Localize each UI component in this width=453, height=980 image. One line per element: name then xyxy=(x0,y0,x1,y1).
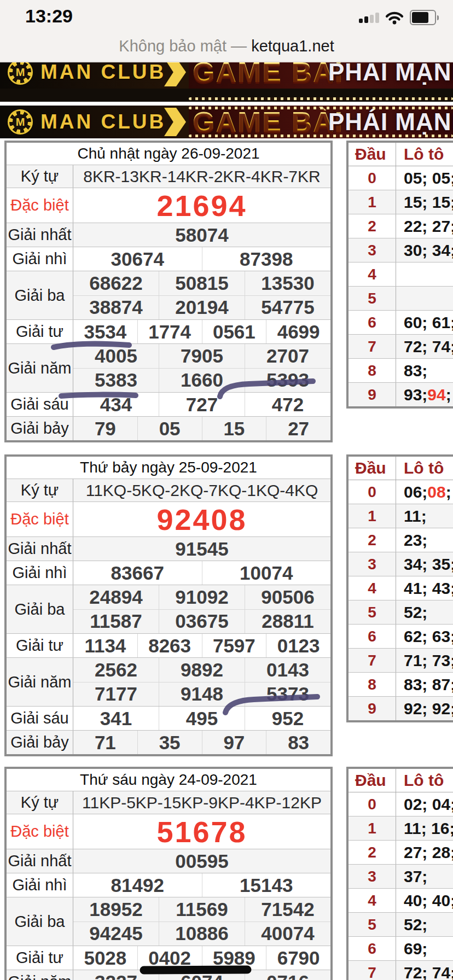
row-ky-tu: Ký tự 8KR-13KR-14KR-2KR-4KR-7KR xyxy=(7,165,330,188)
prize-value: 5383 xyxy=(73,369,159,393)
prize-value: 1134 xyxy=(73,634,137,657)
prize-label: Giải tư xyxy=(7,634,73,657)
prize-label: Giải nhì xyxy=(7,873,73,897)
dau-digit: 4 xyxy=(349,262,396,286)
ad-banner-second[interactable]: M MAN CLUB GAME BÀI PHÁI MẠNH xyxy=(0,106,453,138)
row-giai-nam: Giải năm 2562 9892 0143 7177 9148 5373 xyxy=(7,657,330,706)
row-ky-tu: Ký tự 11KQ-5KQ-2KQ-7KQ-1KQ-4KQ xyxy=(7,479,330,501)
prize-label: Giải năm xyxy=(7,658,73,706)
banner-title: GAME BÀI xyxy=(193,106,344,138)
loto-row: 552; xyxy=(349,600,453,624)
address-bar[interactable]: Không bảo mật — ketqua1.net xyxy=(0,37,453,55)
dau-digit: 6 xyxy=(349,625,396,648)
prize-label: Giải năm xyxy=(7,344,73,392)
dau-digit: 6 xyxy=(349,937,396,960)
prize-value: 5373 xyxy=(245,682,330,707)
loto-values: 40; 40; 42 xyxy=(396,889,453,912)
dau-digit: 0 xyxy=(349,792,396,816)
loto-values: 22; 27; 27 xyxy=(396,214,453,238)
prize-value: 472 xyxy=(245,393,330,416)
prize-label: Giải bảy xyxy=(7,731,73,754)
loto-values: 02; 04; 06 xyxy=(396,792,453,816)
dau-digit: 9 xyxy=(349,383,396,406)
dau-digit: 2 xyxy=(349,528,396,552)
banner-brand: MAN CLUB xyxy=(40,62,166,84)
prize-label: Ký tự xyxy=(7,791,73,814)
special-prize-value: 21694 xyxy=(73,188,330,223)
row-giai-nhi: Giải nhì 83667 10074 xyxy=(7,561,330,585)
prize-value: 1660 xyxy=(159,369,245,393)
browser-chrome: 13:29 Không bảo mật — ketqua1.net xyxy=(0,0,453,62)
loto-row: 4 xyxy=(349,262,453,286)
loto-row: 771; 73; 74 xyxy=(349,648,453,672)
prize-value: 10074 xyxy=(202,561,331,585)
loto-row: 5 xyxy=(349,286,453,310)
prize-value: 6074 xyxy=(159,970,245,980)
loto-values: 69; xyxy=(396,937,453,960)
prize-label: Giải nhất xyxy=(7,849,73,873)
row-ky-tu: Ký tự 11KP-5KP-15KP-9KP-4KP-12KP xyxy=(7,791,330,814)
prize-label: Giải tư xyxy=(7,946,73,970)
prize-value: 5393 xyxy=(245,369,330,393)
loto-row: 669; xyxy=(349,936,453,960)
ky-tu-value: 11KP-5KP-15KP-9KP-4KP-12KP xyxy=(73,791,330,814)
prize-value: 83667 xyxy=(73,561,202,585)
prize-label: Giải ba xyxy=(7,585,73,633)
dau-digit: 5 xyxy=(349,287,396,310)
prize-value: 6790 xyxy=(266,946,330,970)
prize-value: 15 xyxy=(202,417,266,440)
loto-header: Lô tô xyxy=(396,143,453,166)
loto-values: 83; 87; xyxy=(396,673,453,696)
loto-summary-table: Đầu Lô tô 002; 04; 06 111; 16; 18 227; 2… xyxy=(346,767,453,980)
separator: — xyxy=(231,37,247,55)
loto-values: 15; 15; xyxy=(396,190,453,214)
prize-value: 94245 xyxy=(73,922,159,946)
ad-banner-top[interactable]: M MAN CLUB GAME BÀI PHÁI MẠNH xyxy=(0,62,453,102)
dau-digit: 2 xyxy=(349,841,396,864)
loto-values: 11; 16; 18 xyxy=(396,816,453,840)
loto-values: 72; 74; 74 xyxy=(396,961,453,980)
prize-value: 0123 xyxy=(266,634,330,657)
loto-row: 227; 28; xyxy=(349,840,453,864)
prize-value: 9892 xyxy=(159,658,245,682)
loto-row: 337; xyxy=(349,864,453,888)
prize-value: 3534 xyxy=(73,320,137,343)
loto-row: 772; 74; 74 xyxy=(349,960,453,980)
loto-header-row: Đầu Lô tô xyxy=(349,769,453,792)
row-giai-nam-partial: Giải năm 3227 6074 0716 xyxy=(7,970,330,980)
prize-label: Giải sáu xyxy=(7,393,73,416)
row-dac-biet: Đặc biệt 51678 xyxy=(7,814,330,849)
row-giai-ba: Giải ba 68622 50815 13530 38874 20194 54… xyxy=(7,271,330,319)
row-giai-sau: Giải sáu 341 495 952 xyxy=(7,706,330,730)
prize-value: 4699 xyxy=(266,320,330,343)
banner-title: GAME BÀI xyxy=(193,62,344,89)
dau-digit: 1 xyxy=(349,504,396,528)
prize-value: 38874 xyxy=(73,296,159,320)
prize-label: Ký tự xyxy=(7,479,73,501)
lottery-results-table: Thứ sáu ngày 24-09-2021 Ký tự 11KP-5KP-1… xyxy=(4,767,333,980)
loto-row: 111; 16; 18 xyxy=(349,816,453,840)
prize-label: Giải tư xyxy=(7,320,73,343)
row-giai-tu: Giải tư 3534 1774 0561 4699 xyxy=(7,319,330,343)
prize-value: 727 xyxy=(159,393,245,416)
prize-value: 952 xyxy=(245,707,330,730)
prize-value: 68622 xyxy=(73,271,159,295)
prize-value: 40074 xyxy=(245,922,330,946)
cellular-signal-icon xyxy=(359,12,379,23)
ky-tu-value: 11KQ-5KQ-2KQ-7KQ-1KQ-4KQ xyxy=(73,479,330,501)
dau-digit: 4 xyxy=(349,576,396,600)
row-giai-nhi: Giải nhì 30674 87398 xyxy=(7,247,330,271)
row-giai-nhat: Giải nhất 00595 xyxy=(7,849,330,873)
prize-label: Ký tự xyxy=(7,165,73,188)
loto-values: 23; xyxy=(396,528,453,552)
loto-values: 11; xyxy=(396,504,453,528)
dau-digit: 0 xyxy=(349,480,396,504)
prize-value: 0143 xyxy=(245,658,330,682)
loto-row: 552; xyxy=(349,912,453,936)
loto-values: 62; 63; 67 xyxy=(396,625,453,648)
row-giai-nhi: Giải nhì 81492 15143 xyxy=(7,873,330,897)
loto-header-row: Đầu Lô tô xyxy=(349,143,453,166)
loto-values xyxy=(396,262,453,286)
dau-header: Đầu xyxy=(349,143,396,166)
prize-value: 10886 xyxy=(159,922,245,946)
